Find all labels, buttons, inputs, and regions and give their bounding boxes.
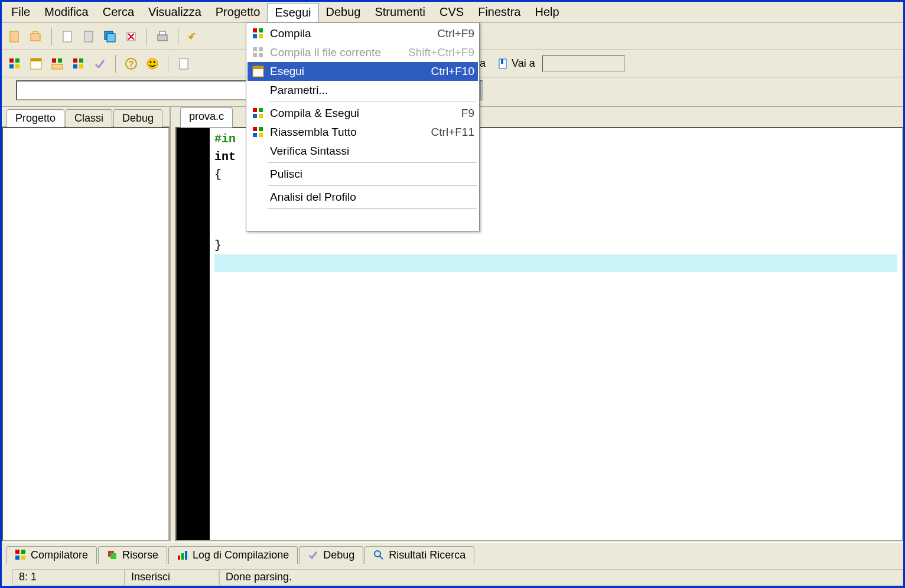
menu-item-pulisci[interactable]: Pulisci — [248, 165, 478, 184]
rebuild-icon[interactable] — [69, 54, 88, 73]
menu-item-compila[interactable]: Compila Ctrl+F9 — [248, 24, 478, 43]
svg-rect-49 — [501, 59, 503, 64]
menu-strumenti[interactable]: Strumenti — [367, 3, 432, 21]
cursor-line — [214, 254, 897, 272]
svg-rect-16 — [253, 133, 257, 137]
svg-rect-1 — [259, 28, 263, 32]
menu-item-compila-esegui[interactable]: Compila & Esegui F9 — [248, 104, 478, 123]
svg-rect-11 — [259, 108, 263, 112]
tab-label: Log di Compilazione — [193, 549, 289, 561]
menu-item-shortcut: Ctrl+F10 — [431, 65, 474, 78]
svg-text:?: ? — [129, 59, 134, 68]
check-icon[interactable] — [90, 54, 109, 73]
svg-rect-56 — [178, 556, 180, 560]
open-file-icon[interactable] — [27, 27, 45, 46]
svg-rect-35 — [52, 58, 56, 63]
tab-label: Risorse — [122, 549, 158, 561]
vai-a-button[interactable]: Vai a — [493, 56, 540, 71]
svg-rect-18 — [10, 31, 18, 42]
menu-progetto[interactable]: Progetto — [209, 3, 268, 21]
undo-icon[interactable] — [184, 27, 203, 46]
window-icon[interactable] — [27, 54, 45, 73]
menu-item-shortcut: Shift+Ctrl+F9 — [408, 46, 474, 59]
menubar: File Modifica Cerca Visualizza Progetto … — [2, 2, 903, 23]
tab-progetto[interactable]: Progetto — [6, 109, 64, 127]
menu-modifica[interactable]: Modifica — [37, 3, 95, 21]
menu-help[interactable]: Help — [528, 3, 566, 21]
menu-file[interactable]: File — [4, 3, 37, 21]
tab-debug-bottom[interactable]: Debug — [299, 546, 363, 564]
menu-item-profilo[interactable]: Analisi del Profilo — [248, 188, 478, 207]
svg-rect-7 — [259, 53, 263, 57]
menu-item-esegui[interactable]: Esegui Ctrl+F10 — [248, 62, 478, 81]
menu-debug[interactable]: Debug — [319, 3, 368, 21]
editor-tab-prova[interactable]: prova.c — [180, 107, 233, 128]
menu-item-label: Verifica Sintassi — [270, 145, 474, 158]
delete-icon[interactable] — [122, 27, 141, 46]
four-squares-icon[interactable] — [5, 54, 24, 73]
tab-label: Debug — [323, 549, 354, 561]
menu-esegui[interactable]: Esegui — [267, 3, 318, 22]
svg-point-44 — [147, 58, 158, 69]
check-icon — [308, 550, 318, 560]
project-tree[interactable] — [2, 127, 170, 541]
status-mode: Inserisci — [125, 569, 219, 586]
stack-icon — [107, 550, 118, 560]
tab-log[interactable]: Log di Compilazione — [168, 546, 298, 564]
status-position: 8: 1 — [12, 569, 125, 586]
svg-rect-50 — [15, 550, 19, 554]
menu-item-verifica-sintassi[interactable]: Verifica Sintassi — [248, 142, 478, 161]
menu-cvs[interactable]: CVS — [432, 3, 471, 21]
menu-separator — [268, 102, 477, 102]
tab-debug[interactable]: Debug — [113, 109, 162, 127]
sidebar-tabs: Progetto Classi Debug — [2, 107, 170, 127]
menu-item-riassembla[interactable]: Riassembla Tutto Ctrl+F11 — [248, 123, 478, 142]
svg-rect-51 — [21, 550, 25, 554]
menu-item-label: Compila il file corrente — [270, 46, 403, 59]
bar-chart-icon — [177, 550, 188, 560]
svg-rect-28 — [159, 31, 165, 35]
menu-visualizza[interactable]: Visualizza — [141, 3, 209, 21]
menu-separator — [268, 185, 477, 186]
page-grey-icon[interactable] — [79, 27, 98, 46]
svg-rect-15 — [259, 127, 263, 131]
menu-item-label: Riassembla Tutto — [270, 126, 427, 139]
menu-finestra[interactable]: Finestra — [471, 3, 528, 21]
svg-point-45 — [150, 61, 152, 63]
status-message: Done parsing. — [219, 569, 903, 586]
svg-rect-31 — [9, 64, 14, 68]
svg-rect-12 — [253, 114, 257, 118]
svg-rect-5 — [259, 47, 263, 51]
four-squares-grey-icon — [251, 45, 265, 60]
tab-risorse[interactable]: Risorse — [98, 546, 167, 564]
menu-item-resetta — [248, 211, 478, 230]
save-all-icon[interactable] — [100, 27, 119, 46]
editor-gutter — [177, 128, 210, 540]
menu-item-label: Esegui — [270, 65, 427, 78]
four-squares-icon — [251, 125, 265, 139]
tab-classi[interactable]: Classi — [66, 109, 112, 127]
code-line: int — [214, 150, 236, 164]
help-icon[interactable]: ? — [122, 54, 141, 73]
smiley-icon[interactable] — [143, 54, 162, 73]
new-file-icon[interactable] — [5, 27, 24, 46]
doc-icon[interactable] — [174, 54, 193, 73]
svg-rect-40 — [73, 64, 77, 68]
goto-field[interactable] — [542, 55, 625, 72]
compile-run-icon[interactable] — [48, 54, 67, 73]
four-squares-icon — [251, 106, 265, 120]
page-icon[interactable] — [58, 27, 77, 46]
dropdown-esegui: Compila Ctrl+F9 Compila il file corrente… — [246, 22, 480, 231]
menu-item-parametri[interactable]: Parametri... — [248, 81, 478, 100]
search-icon — [373, 550, 384, 560]
svg-rect-30 — [15, 58, 19, 63]
menu-separator — [268, 208, 477, 209]
svg-point-46 — [154, 61, 155, 63]
svg-rect-19 — [31, 34, 40, 41]
menu-cerca[interactable]: Cerca — [96, 3, 141, 21]
menu-item-shortcut: Ctrl+F9 — [437, 27, 474, 40]
tab-compilatore[interactable]: Compilatore — [6, 546, 97, 564]
print-icon[interactable] — [153, 27, 172, 46]
tab-risultati[interactable]: Risultati Ricerca — [364, 546, 474, 564]
code-line: #in — [214, 132, 236, 146]
